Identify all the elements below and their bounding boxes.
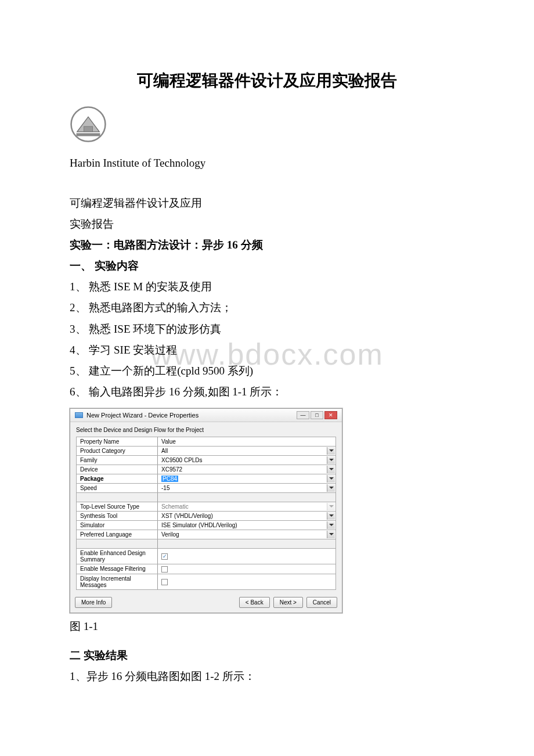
prop-value-dropdown[interactable]: XC9500 CPLDs: [158, 455, 336, 465]
table-row: Speed -15: [77, 483, 336, 492]
svg-rect-2: [77, 133, 100, 136]
table-row: Package PC84: [77, 474, 336, 483]
table-row: Preferred Language Verilog: [77, 530, 336, 539]
next-button[interactable]: Next >: [273, 597, 303, 608]
prop-checkbox[interactable]: [158, 574, 336, 589]
back-button[interactable]: < Back: [239, 597, 270, 608]
prop-name: Family: [77, 455, 158, 465]
list-item-3: 3、 熟悉 ISE 环境下的波形仿真: [70, 319, 464, 340]
table-row: Device XC9572: [77, 465, 336, 474]
prop-value-dropdown[interactable]: XC9572: [158, 465, 336, 474]
more-info-button[interactable]: More Info: [75, 597, 112, 608]
dialog-titlebar: New Project Wizard - Device Properties —…: [70, 409, 342, 422]
table-row: Synthesis Tool XST (VHDL/Verilog): [77, 511, 336, 520]
prop-value-dropdown[interactable]: -15: [158, 483, 336, 492]
prop-value-dropdown[interactable]: XST (VHDL/Verilog): [158, 511, 336, 520]
chevron-down-icon: [327, 475, 335, 483]
prop-value-dropdown[interactable]: Schematic: [158, 502, 336, 511]
chevron-down-icon: [327, 484, 335, 492]
subheading-2: 实验报告: [70, 214, 464, 235]
table-row: Family XC9500 CPLDs: [77, 455, 336, 465]
properties-table: Property Name Value Product Category All…: [76, 437, 336, 590]
experiment-1-heading: 实验一：电路图方法设计：异步 16 分频: [70, 235, 464, 255]
cancel-button[interactable]: Cancel: [306, 597, 337, 608]
prop-value-dropdown[interactable]: Verilog: [158, 530, 336, 539]
list-item-1: 1、 熟悉 ISE M 的安装及使用: [70, 276, 464, 297]
prop-checkbox[interactable]: [158, 564, 336, 574]
chevron-down-icon: [327, 447, 335, 455]
table-row: Display Incremental Messages: [77, 574, 336, 589]
result-item-1: 1、异步 16 分频电路图如图 1-2 所示：: [70, 666, 464, 687]
prop-name: Simulator: [77, 520, 158, 530]
prop-name: Preferred Language: [77, 530, 158, 539]
chevron-down-icon: [327, 521, 335, 529]
prop-name: Enable Enhanced Design Summary: [77, 548, 158, 564]
close-button[interactable]: ✕: [324, 411, 337, 419]
table-row: Simulator ISE Simulator (VHDL/Verilog): [77, 520, 336, 530]
chevron-down-icon: [327, 456, 335, 464]
institution-name: Harbin Institute of Technology: [70, 157, 464, 170]
checkbox-checked-icon: ✓: [161, 553, 168, 560]
prop-name: Speed: [77, 483, 158, 492]
subheading-1: 可编程逻辑器件设计及应用: [70, 193, 464, 214]
header-name: Property Name: [77, 437, 158, 446]
prop-name: Enable Message Filtering: [77, 564, 158, 574]
chevron-down-icon: [327, 512, 335, 520]
list-item-2: 2、 熟悉电路图方式的输入方法；: [70, 297, 464, 318]
list-item-4: 4、 学习 SIE 安装过程: [70, 340, 464, 361]
prop-value-dropdown[interactable]: PC84: [158, 474, 336, 483]
dialog-subtitle: Select the Device and Design Flow for th…: [76, 427, 336, 433]
maximize-button[interactable]: □: [311, 411, 323, 419]
section-2-heading: 二 实验结果: [70, 645, 464, 666]
checkbox-icon: [161, 566, 168, 573]
svg-rect-1: [84, 127, 92, 132]
figure-1-1-caption: 图 1-1: [70, 619, 464, 634]
list-item-5: 5、 建立一个新的工程(cpld 9500 系列): [70, 361, 464, 381]
prop-name: Product Category: [77, 446, 158, 455]
prop-name: Synthesis Tool: [77, 511, 158, 520]
prop-name: Device: [77, 465, 158, 474]
prop-checkbox[interactable]: ✓: [158, 548, 336, 564]
prop-name: Top-Level Source Type: [77, 502, 158, 511]
section-1-heading: 一、 实验内容: [70, 255, 464, 276]
prop-value-dropdown[interactable]: ISE Simulator (VHDL/Verilog): [158, 520, 336, 530]
prop-value-dropdown[interactable]: All: [158, 446, 336, 455]
chevron-down-icon: [327, 503, 335, 510]
wizard-dialog: New Project Wizard - Device Properties —…: [70, 408, 342, 613]
prop-name: Display Incremental Messages: [77, 574, 158, 589]
chevron-down-icon: [327, 466, 335, 473]
table-row: Top-Level Source Type Schematic: [77, 502, 336, 511]
page-title: 可编程逻辑器件设计及应用实验报告: [70, 70, 464, 92]
minimize-button[interactable]: —: [297, 411, 309, 419]
table-row: Product Category All: [77, 446, 336, 455]
university-logo: [70, 106, 107, 143]
prop-name: Package: [77, 474, 158, 483]
dialog-app-icon: [75, 412, 83, 418]
header-value: Value: [158, 437, 336, 446]
dialog-title-text: New Project Wizard - Device Properties: [86, 412, 199, 419]
checkbox-icon: [161, 579, 168, 585]
list-item-6: 6、 输入电路图异步 16 分频,如图 1-1 所示：: [70, 381, 464, 402]
table-row: Enable Enhanced Design Summary ✓: [77, 548, 336, 564]
chevron-down-icon: [327, 531, 335, 538]
table-row: Enable Message Filtering: [77, 564, 336, 574]
